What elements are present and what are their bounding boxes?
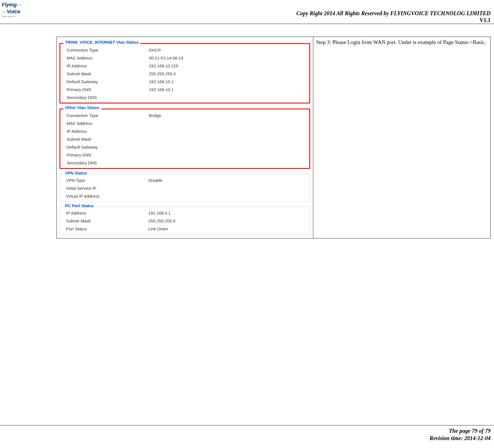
instruction-text: Step 3: Please Login from WAN port. Unde…	[316, 39, 486, 45]
status-row: MAC Address	[67, 121, 309, 126]
status-row-value	[149, 121, 309, 126]
status-row: Connection TypeDHCP	[67, 48, 309, 52]
status-row-value: DHCP	[149, 48, 309, 52]
status-row-label: Subnet Mask	[67, 71, 149, 76]
status-row-label: Default Gateway	[67, 79, 149, 84]
status-row: IP Address192.168.0.1	[66, 211, 310, 215]
status-row-label: Default Gateway	[67, 145, 149, 149]
header-divider	[0, 24, 494, 24]
version-text: V1.1	[480, 17, 491, 23]
status-group: Other Vlan StatusConnection TypeBridgeMA…	[59, 109, 310, 169]
status-row-label: VPN Type	[66, 178, 148, 183]
status-row: Secondary DNS	[67, 95, 309, 100]
status-row: Initial Service IP	[66, 186, 310, 191]
status-row-label: IP Address	[66, 211, 148, 215]
status-row-value: 192.168.10.225	[149, 63, 309, 68]
status-row: Connection TypeBridge	[67, 113, 309, 118]
status-row-value: 192.168.0.1	[148, 211, 310, 215]
brand-logo: Flying〰 〰Voice Voice over IP	[2, 2, 33, 19]
status-row-value: Disable	[148, 178, 310, 183]
status-row-value	[149, 153, 309, 157]
status-row-label: Primary DNS	[67, 153, 149, 157]
status-row-label: Connection Type	[67, 113, 149, 118]
status-row: Default Gateway	[67, 145, 309, 149]
content-table: TR069_VOICE_INTERNET Vlan StatusConnecti…	[56, 37, 491, 239]
status-row: VPN TypeDisable	[66, 178, 310, 183]
logo-text-2: Voice	[7, 8, 20, 14]
status-row: IP Address	[67, 129, 309, 134]
status-row-label: Subnet Mask	[66, 219, 148, 223]
status-row-value: 00:21:F2:14:08:13	[149, 56, 309, 60]
status-row-value: 192.168.10.1	[149, 87, 309, 92]
status-row-label: Secondary DNS	[67, 160, 149, 165]
group-box: IP Address192.168.0.1Subnet Mask255.255.…	[59, 207, 310, 234]
status-row-value	[149, 160, 309, 165]
footer-revision: Revision time: 2014-12-04	[429, 434, 491, 442]
status-row: Secondary DNS	[67, 160, 309, 165]
status-row: Virtual IP Address	[66, 194, 310, 198]
page-header: Flying〰 〰Voice Voice over IP Copy Right …	[0, 0, 494, 20]
copyright-text: Copy Right 2014 All Rights Reserved by F…	[296, 10, 491, 17]
status-row-value	[148, 186, 310, 191]
status-row-value	[149, 145, 309, 149]
status-group: VPN StatusVPN TypeDisableInitial Service…	[59, 174, 310, 202]
group-legend-title: TR069_VOICE_INTERNET Vlan Status	[63, 40, 140, 45]
status-row-value: 192.168.10.1	[149, 79, 309, 84]
status-group: PC Port StatusIP Address192.168.0.1Subne…	[59, 207, 310, 234]
group-box: VPN TypeDisableInitial Service IPVirtual…	[59, 174, 310, 202]
footer-divider	[0, 425, 494, 425]
status-row: IP Address192.168.10.225	[67, 63, 309, 68]
footer-page: The page 79 of 79	[429, 427, 491, 434]
group-legend-title: VPN Status	[63, 171, 89, 175]
status-row-label: Secondary DNS	[67, 95, 149, 100]
group-legend-title: PC Port Status	[63, 204, 96, 208]
group-legend-title: Other Vlan Status	[63, 105, 101, 110]
status-row: Subnet Mask	[67, 137, 309, 142]
logo-text-1: Flying	[2, 2, 17, 8]
status-row: Primary DNS192.168.10.1	[67, 87, 309, 92]
group-box: Connection TypeDHCPMAC Address00:21:F2:1…	[59, 43, 310, 103]
status-row-label: Subnet Mask	[67, 137, 149, 142]
status-row-label: Primary DNS	[67, 87, 149, 92]
status-row: Port StatusLink Down	[66, 226, 310, 231]
status-row: Subnet Mask255.255.255.0	[67, 71, 309, 76]
status-row-label: Virtual IP Address	[66, 194, 148, 198]
status-row-value: 255.255.255.0	[149, 71, 309, 76]
status-row-value	[148, 194, 310, 198]
status-row-value: 255.255.255.0	[148, 219, 310, 223]
status-row-value: Link Down	[148, 226, 310, 231]
status-row: Primary DNS	[67, 153, 309, 157]
instruction-cell: Step 3: Please Login from WAN port. Unde…	[313, 37, 490, 238]
group-box: Connection TypeBridgeMAC AddressIP Addre…	[59, 109, 310, 169]
status-row-value	[149, 137, 309, 142]
status-row-label: IP Address	[67, 129, 149, 134]
status-row-value	[149, 95, 309, 100]
status-row-label: Connection Type	[67, 48, 149, 52]
status-row: Subnet Mask255.255.255.0	[66, 219, 310, 223]
wifi-icon: 〰	[17, 3, 22, 8]
status-row-label: MAC Address	[67, 56, 149, 60]
status-row: MAC Address00:21:F2:14:08:13	[67, 56, 309, 60]
status-row-label: Initial Service IP	[66, 186, 148, 191]
status-row-label: IP Address	[67, 63, 149, 68]
screenshot-cell: TR069_VOICE_INTERNET Vlan StatusConnecti…	[57, 37, 313, 238]
page-footer: The page 79 of 79 Revision time: 2014-12…	[429, 427, 491, 442]
status-row-label: MAC Address	[67, 121, 149, 126]
status-row-label: Port Status	[66, 226, 148, 231]
status-group: TR069_VOICE_INTERNET Vlan StatusConnecti…	[59, 43, 310, 103]
wave-icon: 〰	[2, 9, 7, 15]
status-row-value	[149, 129, 309, 134]
logo-tagline: Voice over IP	[2, 15, 15, 18]
status-row-value: Bridge	[149, 113, 309, 118]
status-row: Default Gateway192.168.10.1	[67, 79, 309, 84]
